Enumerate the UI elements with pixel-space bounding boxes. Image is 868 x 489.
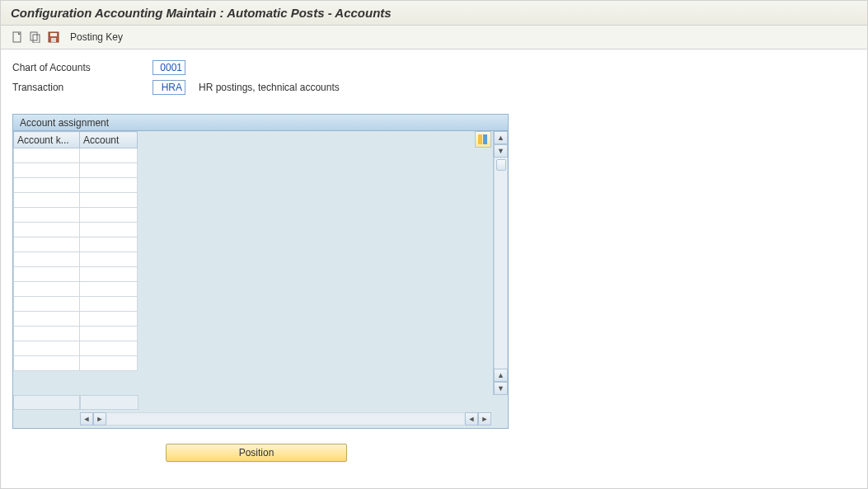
account-assignment-panel: Account assignment Account k... Account … xyxy=(12,114,509,429)
cell-account-key[interactable] xyxy=(14,312,80,327)
account-table[interactable]: Account k... Account xyxy=(13,131,138,371)
scroll-up-bottom-icon[interactable]: ▲ xyxy=(494,369,508,382)
actions: Position xyxy=(1,437,867,472)
horizontal-scrollbar[interactable]: ◄ ► ◄ ► xyxy=(13,411,491,426)
cell-account-key[interactable] xyxy=(14,356,80,371)
transaction-label: Transaction xyxy=(12,82,152,93)
cell-account[interactable] xyxy=(80,341,138,356)
scroll-up-icon[interactable]: ▲ xyxy=(494,131,508,144)
cell-account[interactable] xyxy=(80,223,138,237)
transaction-description: HR postings, technical accounts xyxy=(199,82,340,93)
cell-account[interactable] xyxy=(80,267,138,282)
cell-account-key[interactable] xyxy=(14,163,80,178)
table-row[interactable] xyxy=(14,148,138,163)
position-button[interactable]: Position xyxy=(166,444,347,462)
table-row[interactable] xyxy=(14,282,138,297)
table-row[interactable] xyxy=(14,356,138,371)
cell-account[interactable] xyxy=(80,163,138,178)
svg-rect-6 xyxy=(478,134,482,144)
table-row[interactable] xyxy=(14,178,138,193)
table-row[interactable] xyxy=(14,163,138,178)
page-title: Configuration Accounting Maintain : Auto… xyxy=(11,6,857,20)
scroll-right-end-icon[interactable]: ► xyxy=(478,412,491,426)
cell-account[interactable] xyxy=(80,237,138,252)
table-row[interactable] xyxy=(14,297,138,312)
cell-account-key[interactable] xyxy=(14,297,80,312)
svg-rect-4 xyxy=(50,33,57,36)
cell-account[interactable] xyxy=(80,178,138,193)
toolbar: Posting Key xyxy=(1,26,867,49)
save-icon[interactable] xyxy=(47,31,60,44)
vscroll-track[interactable] xyxy=(494,158,508,369)
table-row[interactable] xyxy=(14,341,138,356)
svg-rect-7 xyxy=(483,134,487,144)
table-row[interactable] xyxy=(14,208,138,223)
svg-rect-1 xyxy=(30,32,37,40)
vertical-scrollbar[interactable]: ▲ ▼ ▲ ▼ xyxy=(493,131,508,395)
table-row[interactable] xyxy=(14,193,138,208)
table-wrapper: Account k... Account xyxy=(13,131,138,395)
table-settings-button[interactable] xyxy=(475,131,491,148)
scroll-down-bottom-icon[interactable]: ▼ xyxy=(494,382,508,395)
chart-of-accounts-input[interactable] xyxy=(152,60,185,75)
cell-account[interactable] xyxy=(80,148,138,163)
cell-account[interactable] xyxy=(80,297,138,312)
cell-account-key[interactable] xyxy=(14,148,80,163)
title-bar: Configuration Accounting Maintain : Auto… xyxy=(1,1,867,26)
cell-account-key[interactable] xyxy=(14,341,80,356)
chart-of-accounts-label: Chart of Accounts xyxy=(12,62,152,73)
cell-account-key[interactable] xyxy=(14,267,80,282)
table-row[interactable] xyxy=(14,223,138,237)
cell-account-key[interactable] xyxy=(14,237,80,252)
column-header-account[interactable]: Account xyxy=(80,132,138,148)
footer-cell xyxy=(13,395,80,410)
transaction-input[interactable] xyxy=(152,80,185,95)
scroll-down-icon[interactable]: ▼ xyxy=(494,144,508,158)
svg-rect-5 xyxy=(51,38,56,42)
scroll-right-icon[interactable]: ► xyxy=(93,412,106,426)
cell-account[interactable] xyxy=(80,356,138,371)
grid-spacer xyxy=(138,131,493,395)
cell-account[interactable] xyxy=(80,252,138,267)
footer-cell xyxy=(80,395,138,410)
column-header-account-key[interactable]: Account k... xyxy=(14,132,80,148)
new-document-icon[interactable] xyxy=(11,31,24,44)
cell-account-key[interactable] xyxy=(14,252,80,267)
cell-account[interactable] xyxy=(80,312,138,327)
table-row[interactable] xyxy=(14,237,138,252)
cell-account-key[interactable] xyxy=(14,223,80,237)
posting-key-button[interactable]: Posting Key xyxy=(70,31,123,43)
cell-account-key[interactable] xyxy=(14,178,80,193)
cell-account-key[interactable] xyxy=(14,327,80,341)
scroll-left-icon[interactable]: ◄ xyxy=(80,412,93,426)
table-row[interactable] xyxy=(14,252,138,267)
cell-account-key[interactable] xyxy=(14,208,80,223)
copy-icon[interactable] xyxy=(29,31,42,44)
cell-account-key[interactable] xyxy=(14,193,80,208)
form-area: Chart of Accounts Transaction HR posting… xyxy=(1,49,867,104)
panel-title: Account assignment xyxy=(13,115,508,131)
table-row[interactable] xyxy=(14,267,138,282)
cell-account-key[interactable] xyxy=(14,282,80,297)
svg-rect-2 xyxy=(33,35,40,43)
table-row[interactable] xyxy=(14,312,138,327)
hscroll-track[interactable] xyxy=(107,412,464,426)
table-row[interactable] xyxy=(14,327,138,341)
cell-account[interactable] xyxy=(80,282,138,297)
cell-account[interactable] xyxy=(80,208,138,223)
cell-account[interactable] xyxy=(80,327,138,341)
panel-footer: ◄ ► ◄ ► xyxy=(13,395,508,428)
form-row-transaction: Transaction HR postings, technical accou… xyxy=(12,79,856,96)
vscroll-thumb[interactable] xyxy=(496,159,506,171)
form-row-chart: Chart of Accounts xyxy=(12,59,856,76)
scroll-left-end-icon[interactable]: ◄ xyxy=(465,412,478,426)
cell-account[interactable] xyxy=(80,193,138,208)
